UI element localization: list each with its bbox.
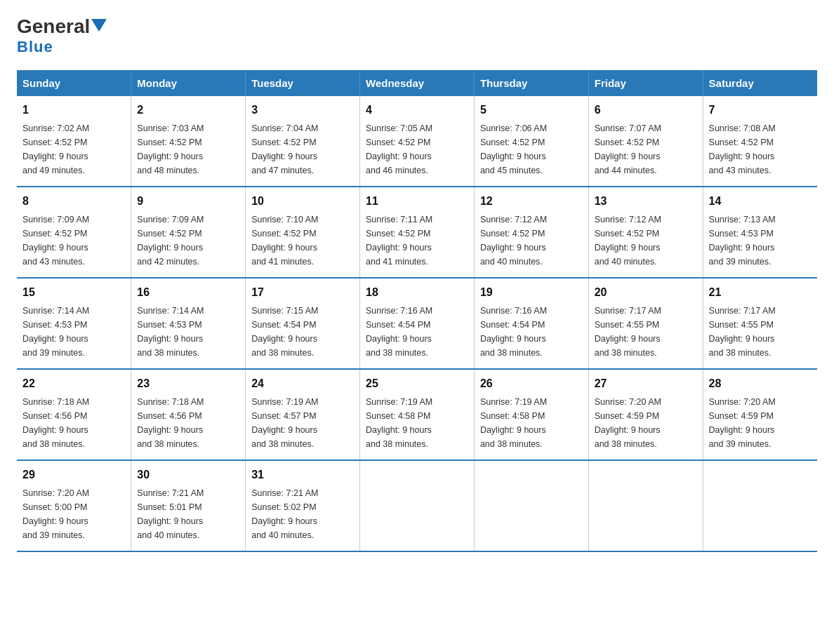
day-info: Sunrise: 7:19 AMSunset: 4:57 PMDaylight:…: [251, 395, 354, 451]
calendar-day-cell: 26 Sunrise: 7:19 AMSunset: 4:58 PMDaylig…: [474, 369, 588, 460]
calendar-day-cell: 5 Sunrise: 7:06 AMSunset: 4:52 PMDayligh…: [474, 96, 588, 187]
day-number: 26: [480, 375, 583, 392]
day-number: 20: [595, 284, 697, 301]
calendar-day-cell: [588, 460, 703, 551]
calendar-week-row: 1 Sunrise: 7:02 AMSunset: 4:52 PMDayligh…: [17, 96, 817, 187]
logo: General Blue: [17, 17, 107, 56]
day-number: 13: [595, 193, 697, 210]
calendar-day-cell: 17 Sunrise: 7:15 AMSunset: 4:54 PMDaylig…: [246, 278, 360, 369]
page-header: General Blue: [17, 17, 817, 56]
day-number: 12: [480, 193, 583, 210]
weekday-header-row: SundayMondayTuesdayWednesdayThursdayFrid…: [17, 70, 817, 96]
day-number: 19: [480, 284, 583, 301]
calendar-day-cell: [703, 460, 817, 551]
day-info: Sunrise: 7:04 AMSunset: 4:52 PMDaylight:…: [251, 121, 354, 177]
calendar-day-cell: 21 Sunrise: 7:17 AMSunset: 4:55 PMDaylig…: [703, 278, 817, 369]
day-number: 9: [137, 193, 239, 210]
weekday-header-friday: Friday: [588, 70, 703, 96]
calendar-day-cell: 7 Sunrise: 7:08 AMSunset: 4:52 PMDayligh…: [703, 96, 817, 187]
day-number: 30: [137, 467, 239, 483]
day-info: Sunrise: 7:12 AMSunset: 4:52 PMDaylight:…: [595, 213, 697, 269]
day-number: 24: [251, 375, 354, 392]
day-info: Sunrise: 7:17 AMSunset: 4:55 PMDaylight:…: [595, 304, 697, 360]
day-number: 23: [137, 375, 239, 392]
calendar-day-cell: 8 Sunrise: 7:09 AMSunset: 4:52 PMDayligh…: [17, 187, 131, 278]
calendar-day-cell: 18 Sunrise: 7:16 AMSunset: 4:54 PMDaylig…: [360, 278, 475, 369]
calendar-day-cell: 10 Sunrise: 7:10 AMSunset: 4:52 PMDaylig…: [246, 187, 360, 278]
day-info: Sunrise: 7:06 AMSunset: 4:52 PMDaylight:…: [480, 121, 583, 177]
day-number: 21: [709, 284, 812, 301]
day-info: Sunrise: 7:05 AMSunset: 4:52 PMDaylight:…: [366, 121, 468, 177]
calendar-day-cell: 19 Sunrise: 7:16 AMSunset: 4:54 PMDaylig…: [474, 278, 588, 369]
weekday-header-sunday: Sunday: [17, 70, 131, 96]
day-number: 16: [137, 284, 239, 301]
day-number: 7: [709, 102, 812, 119]
weekday-header-wednesday: Wednesday: [360, 70, 475, 96]
day-info: Sunrise: 7:09 AMSunset: 4:52 PMDaylight:…: [22, 213, 125, 269]
day-info: Sunrise: 7:20 AMSunset: 5:00 PMDaylight:…: [22, 486, 125, 542]
weekday-header-tuesday: Tuesday: [246, 70, 360, 96]
calendar-week-row: 22 Sunrise: 7:18 AMSunset: 4:56 PMDaylig…: [17, 369, 817, 460]
day-info: Sunrise: 7:10 AMSunset: 4:52 PMDaylight:…: [251, 213, 354, 269]
calendar-day-cell: 11 Sunrise: 7:11 AMSunset: 4:52 PMDaylig…: [360, 187, 475, 278]
calendar-day-cell: 15 Sunrise: 7:14 AMSunset: 4:53 PMDaylig…: [17, 278, 131, 369]
day-info: Sunrise: 7:14 AMSunset: 4:53 PMDaylight:…: [22, 304, 125, 360]
day-info: Sunrise: 7:17 AMSunset: 4:55 PMDaylight:…: [709, 304, 812, 360]
calendar-day-cell: 30 Sunrise: 7:21 AMSunset: 5:01 PMDaylig…: [131, 460, 246, 551]
weekday-header-saturday: Saturday: [703, 70, 817, 96]
day-number: 18: [366, 284, 468, 301]
day-number: 22: [22, 375, 125, 392]
calendar-week-row: 8 Sunrise: 7:09 AMSunset: 4:52 PMDayligh…: [17, 187, 817, 278]
calendar-day-cell: 16 Sunrise: 7:14 AMSunset: 4:53 PMDaylig…: [131, 278, 246, 369]
day-info: Sunrise: 7:18 AMSunset: 4:56 PMDaylight:…: [137, 395, 239, 451]
weekday-header-monday: Monday: [131, 70, 246, 96]
calendar-day-cell: 3 Sunrise: 7:04 AMSunset: 4:52 PMDayligh…: [246, 96, 360, 187]
calendar-day-cell: 25 Sunrise: 7:19 AMSunset: 4:58 PMDaylig…: [360, 369, 475, 460]
day-info: Sunrise: 7:15 AMSunset: 4:54 PMDaylight:…: [251, 304, 354, 360]
day-info: Sunrise: 7:16 AMSunset: 4:54 PMDaylight:…: [366, 304, 468, 360]
day-number: 2: [137, 102, 239, 119]
day-number: 8: [22, 193, 125, 210]
calendar-week-row: 15 Sunrise: 7:14 AMSunset: 4:53 PMDaylig…: [17, 278, 817, 369]
day-info: Sunrise: 7:12 AMSunset: 4:52 PMDaylight:…: [480, 213, 583, 269]
calendar-day-cell: 23 Sunrise: 7:18 AMSunset: 4:56 PMDaylig…: [131, 369, 246, 460]
calendar-day-cell: 24 Sunrise: 7:19 AMSunset: 4:57 PMDaylig…: [246, 369, 360, 460]
calendar-day-cell: [474, 460, 588, 551]
calendar-day-cell: 6 Sunrise: 7:07 AMSunset: 4:52 PMDayligh…: [588, 96, 703, 187]
day-number: 27: [595, 375, 697, 392]
logo-blue: Blue: [17, 38, 53, 56]
day-info: Sunrise: 7:18 AMSunset: 4:56 PMDaylight:…: [22, 395, 125, 451]
day-number: 29: [22, 467, 125, 483]
day-number: 28: [709, 375, 812, 392]
day-info: Sunrise: 7:08 AMSunset: 4:52 PMDaylight:…: [709, 121, 812, 177]
day-info: Sunrise: 7:20 AMSunset: 4:59 PMDaylight:…: [595, 395, 697, 451]
calendar-day-cell: 13 Sunrise: 7:12 AMSunset: 4:52 PMDaylig…: [588, 187, 703, 278]
day-info: Sunrise: 7:13 AMSunset: 4:53 PMDaylight:…: [709, 213, 812, 269]
calendar-week-row: 29 Sunrise: 7:20 AMSunset: 5:00 PMDaylig…: [17, 460, 817, 551]
day-number: 15: [22, 284, 125, 301]
calendar-day-cell: 27 Sunrise: 7:20 AMSunset: 4:59 PMDaylig…: [588, 369, 703, 460]
day-info: Sunrise: 7:21 AMSunset: 5:01 PMDaylight:…: [137, 486, 239, 542]
day-number: 5: [480, 102, 583, 119]
day-info: Sunrise: 7:11 AMSunset: 4:52 PMDaylight:…: [366, 213, 468, 269]
day-number: 31: [251, 467, 354, 483]
calendar-day-cell: 14 Sunrise: 7:13 AMSunset: 4:53 PMDaylig…: [703, 187, 817, 278]
svg-marker-0: [91, 19, 107, 32]
day-number: 14: [709, 193, 812, 210]
calendar-day-cell: 31 Sunrise: 7:21 AMSunset: 5:02 PMDaylig…: [246, 460, 360, 551]
calendar-table: SundayMondayTuesdayWednesdayThursdayFrid…: [17, 70, 817, 552]
day-number: 6: [595, 102, 697, 119]
day-number: 3: [251, 102, 354, 119]
logo-general: General: [17, 17, 90, 36]
day-info: Sunrise: 7:14 AMSunset: 4:53 PMDaylight:…: [137, 304, 239, 360]
day-info: Sunrise: 7:02 AMSunset: 4:52 PMDaylight:…: [22, 121, 125, 177]
day-number: 1: [22, 102, 125, 119]
day-info: Sunrise: 7:07 AMSunset: 4:52 PMDaylight:…: [595, 121, 697, 177]
day-number: 10: [251, 193, 354, 210]
day-number: 11: [366, 193, 468, 210]
day-number: 25: [366, 375, 468, 392]
calendar-day-cell: [360, 460, 475, 551]
calendar-day-cell: 2 Sunrise: 7:03 AMSunset: 4:52 PMDayligh…: [131, 96, 246, 187]
calendar-day-cell: 9 Sunrise: 7:09 AMSunset: 4:52 PMDayligh…: [131, 187, 246, 278]
day-info: Sunrise: 7:09 AMSunset: 4:52 PMDaylight:…: [137, 213, 239, 269]
